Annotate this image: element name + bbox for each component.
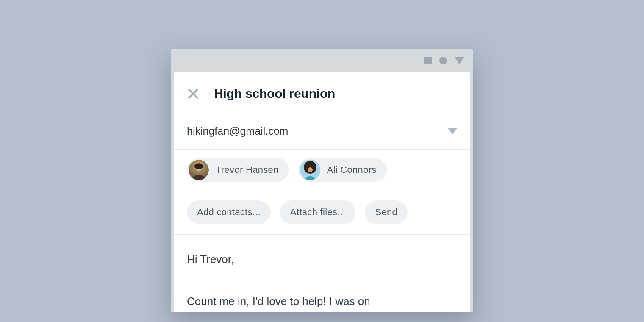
svg-marker-5 bbox=[448, 128, 457, 134]
compose-body-area[interactable]: Hi Trevor, Count me in, I'd love to help… bbox=[174, 235, 470, 312]
compose-body-text: Hi Trevor, Count me in, I'd love to help… bbox=[187, 249, 457, 312]
recipient-chip[interactable]: Trevor Hansen bbox=[187, 158, 289, 182]
compose-subject: High school reunion bbox=[214, 86, 335, 101]
window-titlebar bbox=[171, 49, 473, 72]
compose-window: High school reunion hikingfan@gmail.com bbox=[171, 49, 473, 312]
add-contacts-label: Add contacts... bbox=[197, 207, 261, 218]
send-button[interactable]: Send bbox=[365, 200, 408, 224]
recipients-and-actions: Trevor Hansen Ali Connors Add contacts..… bbox=[174, 150, 470, 235]
close-icon[interactable] bbox=[187, 87, 200, 100]
recipient-name: Trevor Hansen bbox=[216, 164, 279, 175]
compose-header: High school reunion bbox=[174, 72, 470, 113]
svg-rect-0 bbox=[424, 57, 432, 64]
svg-marker-2 bbox=[455, 57, 464, 64]
chevron-down-icon[interactable] bbox=[448, 128, 457, 134]
compose-card: High school reunion hikingfan@gmail.com bbox=[174, 72, 470, 312]
svg-point-1 bbox=[439, 57, 447, 64]
recipient-chip[interactable]: Ali Connors bbox=[298, 158, 387, 182]
recipient-name: Ali Connors bbox=[327, 164, 377, 175]
svg-point-11 bbox=[308, 167, 313, 172]
from-email: hikingfan@gmail.com bbox=[187, 125, 288, 137]
from-row[interactable]: hikingfan@gmail.com bbox=[174, 113, 470, 150]
square-icon[interactable] bbox=[424, 57, 432, 64]
attach-files-label: Attach files... bbox=[290, 207, 345, 218]
attach-files-button[interactable]: Attach files... bbox=[280, 200, 355, 224]
avatar bbox=[189, 160, 209, 180]
triangle-down-icon[interactable] bbox=[455, 57, 464, 64]
send-label: Send bbox=[375, 207, 397, 218]
add-contacts-button[interactable]: Add contacts... bbox=[187, 200, 271, 224]
circle-icon[interactable] bbox=[439, 57, 447, 64]
avatar bbox=[300, 160, 320, 180]
